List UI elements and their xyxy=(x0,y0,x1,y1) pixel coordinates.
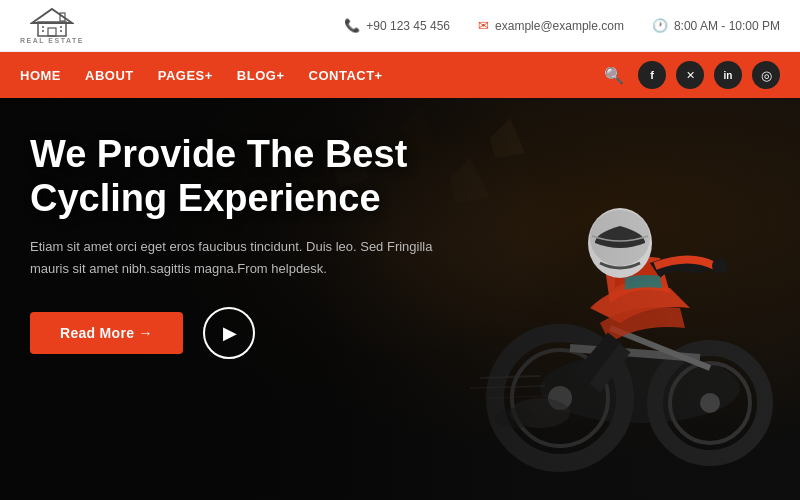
hero-section: We Provide The Best Cycling Experience E… xyxy=(0,98,800,500)
nav-item-about[interactable]: ABOUT xyxy=(85,66,134,84)
nav-link-about[interactable]: ABOUT xyxy=(85,68,134,83)
phone-number: +90 123 45 456 xyxy=(366,19,450,33)
nav-item-contact[interactable]: CONTACT+ xyxy=(309,66,383,84)
social-instagram[interactable]: ◎ xyxy=(752,61,780,89)
business-hours: 8:00 AM - 10:00 PM xyxy=(674,19,780,33)
logo-section: REAL ESTATE xyxy=(0,1,140,50)
svg-point-6 xyxy=(60,26,62,28)
logo-icon xyxy=(30,7,74,37)
svg-rect-2 xyxy=(48,28,56,36)
play-video-button[interactable]: ▶ xyxy=(203,307,255,359)
email-icon: ✉ xyxy=(478,18,489,33)
hero-title-line2: Cycling Experience xyxy=(30,177,470,221)
hero-title: We Provide The Best Cycling Experience xyxy=(30,133,470,220)
phone-info: 📞 +90 123 45 456 xyxy=(344,18,450,33)
social-linkedin[interactable]: in xyxy=(714,61,742,89)
svg-point-7 xyxy=(60,30,62,32)
svg-rect-1 xyxy=(38,22,66,36)
hero-title-line1: We Provide The Best xyxy=(30,133,470,177)
hero-content: We Provide The Best Cycling Experience E… xyxy=(30,133,470,359)
email-address: example@example.com xyxy=(495,19,624,33)
nav-link-home[interactable]: HOME xyxy=(20,68,61,83)
svg-point-4 xyxy=(42,26,44,28)
hero-actions: Read More → ▶ xyxy=(30,307,470,359)
hero-subtitle: Etiam sit amet orci eget eros faucibus t… xyxy=(30,236,470,279)
logo-text: REAL ESTATE xyxy=(20,37,84,44)
email-info: ✉ example@example.com xyxy=(478,18,624,33)
site-logo: REAL ESTATE xyxy=(20,7,84,44)
nav-link-contact[interactable]: CONTACT+ xyxy=(309,68,383,83)
nav-links: HOME ABOUT PAGES+ BLOG+ CONTACT+ xyxy=(20,66,383,84)
phone-icon: 📞 xyxy=(344,18,360,33)
clock-icon: 🕐 xyxy=(652,18,668,33)
search-button[interactable]: 🔍 xyxy=(600,62,628,89)
navbar: HOME ABOUT PAGES+ BLOG+ CONTACT+ 🔍 f ✕ i… xyxy=(0,52,800,98)
read-more-button[interactable]: Read More → xyxy=(30,312,183,354)
nav-link-pages[interactable]: PAGES+ xyxy=(158,68,213,83)
play-icon: ▶ xyxy=(223,322,237,344)
hours-info: 🕐 8:00 AM - 10:00 PM xyxy=(652,18,780,33)
svg-marker-0 xyxy=(32,9,72,23)
social-facebook[interactable]: f xyxy=(638,61,666,89)
topbar: 📞 +90 123 45 456 ✉ example@example.com 🕐… xyxy=(344,18,800,33)
svg-point-5 xyxy=(42,30,44,32)
nav-link-blog[interactable]: BLOG+ xyxy=(237,68,285,83)
social-twitter[interactable]: ✕ xyxy=(676,61,704,89)
nav-right-group: 🔍 f ✕ in ◎ xyxy=(600,61,780,89)
nav-item-pages[interactable]: PAGES+ xyxy=(158,66,213,84)
nav-item-home[interactable]: HOME xyxy=(20,66,61,84)
nav-item-blog[interactable]: BLOG+ xyxy=(237,66,285,84)
